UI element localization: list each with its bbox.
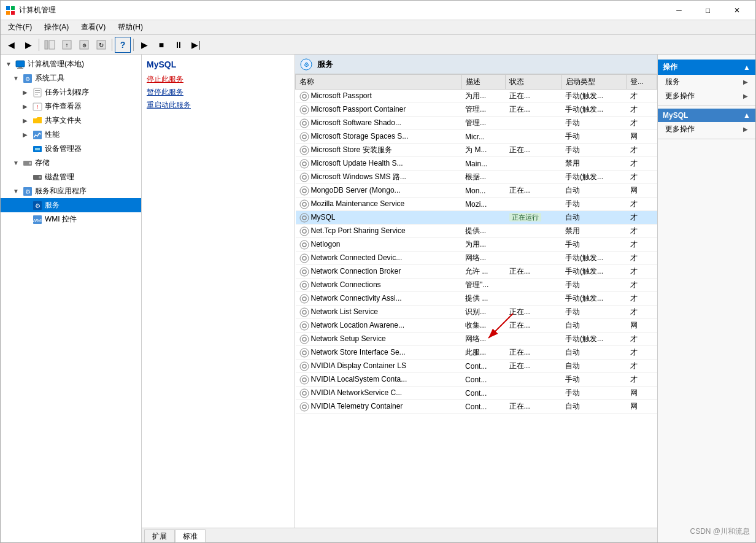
event-icon: ! (33, 102, 42, 112)
table-row[interactable]: Mozilla Maintenance ServiceMozi...手动才 (296, 198, 657, 211)
table-row[interactable]: Microsoft Storage Spaces S...Micr...手动网 (296, 130, 657, 144)
table-row[interactable]: Microsoft Software Shado...管理...手动才 (296, 117, 657, 130)
table-row[interactable]: Network Connections管理"...手动才 (296, 279, 657, 292)
menu-file[interactable]: 文件(F) (3, 21, 37, 34)
collapse-actions-button[interactable]: ▲ (743, 63, 750, 72)
table-row[interactable]: Net.Tcp Port Sharing Service提供...禁用才 (296, 225, 657, 238)
maximize-button[interactable]: □ (694, 4, 722, 17)
service-starttype-cell: 手动 (561, 279, 627, 292)
minimize-button[interactable]: ─ (665, 4, 693, 17)
table-row[interactable]: Network Store Interface Se...此服...正在...自… (296, 346, 657, 360)
menu-help[interactable]: 帮助(H) (113, 21, 148, 34)
service-desc-cell: 管理... (461, 117, 506, 130)
table-row[interactable]: Microsoft Update Health S...Main...禁用才 (296, 157, 657, 171)
table-row[interactable]: Microsoft Passport为用...正在...手动(触发...才 (296, 90, 657, 103)
arrow-services: ▶ (743, 79, 748, 85)
table-row[interactable]: Network Connected Devic...网络...手动(触发...才 (296, 252, 657, 265)
table-row[interactable]: NVIDIA NetworkService C...Cont...手动网 (296, 387, 657, 400)
sidebar-item-event-viewer[interactable]: ▶ ! 事件查看器 (1, 99, 141, 114)
col-desc[interactable]: 描述 (461, 75, 506, 90)
table-row[interactable]: Network Connection Broker允许 ...正在...手动(触… (296, 265, 657, 279)
performance-icon (33, 130, 42, 140)
right-panel-item-services[interactable]: 服务 ▶ (658, 75, 755, 89)
toolbar: ◀ ▶ ↑ ⚙ ↻ ? ▶ ■ ⏸ ▶| (1, 35, 755, 55)
svg-rect-1 (11, 6, 15, 10)
service-starttype-cell: 手动(触发... (561, 265, 627, 279)
col-login[interactable]: 登... (627, 75, 657, 90)
sidebar-item-device-manager[interactable]: 设备管理器 (1, 142, 141, 156)
sidebar-item-disk-mgmt[interactable]: 磁盘管理 (1, 170, 141, 184)
pause-service-link[interactable]: 暂停此服务 (147, 87, 290, 98)
service-login-cell: 才 (627, 373, 657, 387)
service-login-cell: 网 (627, 130, 657, 144)
service-starttype-cell: 手动 (561, 144, 627, 157)
sidebar-item-performance[interactable]: ▶ 性能 (1, 128, 141, 142)
svg-point-57 (300, 214, 309, 222)
service-login-cell: 才 (627, 238, 657, 252)
table-row[interactable]: MySQL正在运行自动才 (296, 211, 657, 225)
refresh-button[interactable]: ↻ (93, 37, 109, 53)
sidebar-item-root[interactable]: ▼ 计算机管理(本地) (1, 57, 141, 71)
svg-point-82 (303, 391, 306, 395)
collapse-mysql-button[interactable]: ▲ (743, 111, 750, 120)
stop-service-link[interactable]: 停止此服务 (147, 74, 290, 85)
pause-button[interactable]: ⏸ (171, 37, 187, 53)
stop-button[interactable]: ■ (153, 37, 169, 53)
close-button[interactable]: ✕ (723, 4, 750, 17)
service-status-cell: 正在... (506, 184, 561, 198)
svg-text:↻: ↻ (99, 42, 104, 48)
right-panel-item-more-actions[interactable]: 更多操作 ▶ (658, 89, 755, 103)
help-button[interactable]: ? (115, 37, 131, 53)
menu-action[interactable]: 操作(A) (39, 21, 74, 34)
forward-button[interactable]: ▶ (20, 37, 36, 53)
properties-button[interactable]: ⚙ (76, 37, 92, 53)
sidebar-item-storage[interactable]: ▼ 存储 (1, 156, 141, 170)
sidebar-label-system-tools: 系统工具 (35, 73, 64, 83)
up-button[interactable]: ↑ (59, 37, 75, 53)
sidebar-item-task-scheduler[interactable]: ▶ 任务计划程序 (1, 85, 141, 99)
right-panel-item-mysql-more[interactable]: 更多操作 ▶ (658, 122, 755, 136)
svg-point-63 (300, 254, 309, 263)
table-row[interactable]: Network Connectivity Assi...提供 ...手动(触发.… (296, 292, 657, 306)
table-row[interactable]: Network List Service识别...正在...手动才 (296, 306, 657, 319)
table-row[interactable]: NVIDIA LocalSystem Conta...Cont...手动才 (296, 373, 657, 387)
service-starttype-cell: 禁用 (561, 225, 627, 238)
table-row[interactable]: MongoDB Server (Mongo...Mon...正在...自动网 (296, 184, 657, 198)
col-status[interactable]: 状态 (506, 75, 561, 90)
svg-rect-4 (45, 40, 48, 49)
step-button[interactable]: ▶| (188, 37, 204, 53)
tab-expand[interactable]: 扩展 (144, 530, 175, 542)
sidebar-item-services-apps[interactable]: ▼ ⚙ 服务和应用程序 (1, 184, 141, 198)
services-table: 名称 描述 状态 启动类型 登... Microsoft Passport为用.… (295, 74, 657, 414)
menu-view[interactable]: 查看(V) (76, 21, 110, 34)
table-row[interactable]: Microsoft Windows SMS 路...根据...手动(触发...才 (296, 171, 657, 184)
svg-rect-18 (35, 90, 40, 91)
selected-service-title: MySQL (147, 60, 290, 69)
back-button[interactable]: ◀ (3, 37, 19, 53)
sidebar-item-services[interactable]: ⚙ 服务 (1, 198, 141, 212)
table-row[interactable]: Network Setup Service网络...手动(触发...才 (296, 333, 657, 346)
table-row[interactable]: Microsoft Store 安装服务为 M...正在...手动才 (296, 144, 657, 157)
service-login-cell: 才 (627, 265, 657, 279)
play-button[interactable]: ▶ (136, 37, 152, 53)
watermark: CSDN @川和流息 (690, 526, 750, 537)
table-row[interactable]: Network Location Awarene...收集...正在...自动网 (296, 319, 657, 333)
table-row[interactable]: NVIDIA Display Container LSCont...正在...自… (296, 360, 657, 373)
sidebar-item-shared-folders[interactable]: ▶ 共享文件夹 (1, 114, 141, 128)
col-start-type[interactable]: 启动类型 (561, 75, 627, 90)
svg-point-79 (300, 362, 309, 371)
table-row[interactable]: NVIDIA Telemetry ContainerCont...正在...自动… (296, 400, 657, 414)
table-row[interactable]: Microsoft Passport Container管理...正在...手动… (296, 103, 657, 117)
sidebar-item-system-tools[interactable]: ▼ ⚙ 系统工具 (1, 71, 141, 85)
tab-standard[interactable]: 标准 (175, 530, 206, 542)
app-icon (6, 6, 15, 15)
restart-service-link[interactable]: 重启动此服务 (147, 100, 290, 110)
svg-point-74 (303, 337, 306, 341)
services-table-wrapper[interactable]: 名称 描述 状态 启动类型 登... Microsoft Passport为用.… (295, 74, 657, 528)
show-hide-button[interactable] (42, 37, 58, 53)
col-name[interactable]: 名称 (296, 75, 462, 90)
sidebar-label-device: 设备管理器 (45, 144, 82, 154)
table-row[interactable]: Netlogon为用...手动才 (296, 238, 657, 252)
sidebar-item-wmi[interactable]: WMI WMI 控件 (1, 212, 141, 226)
service-desc-cell: Mon... (461, 184, 506, 198)
